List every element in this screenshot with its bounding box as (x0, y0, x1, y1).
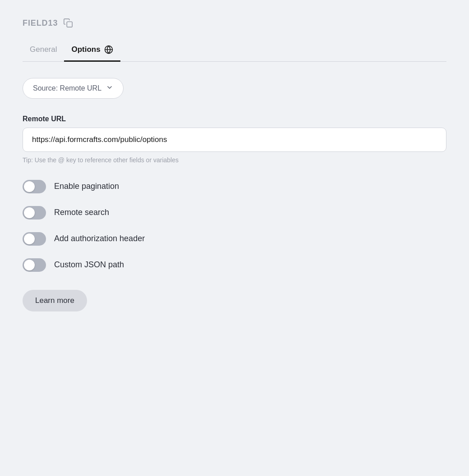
toggles-section: Enable pagination Remote search Add auth… (23, 180, 446, 272)
tab-general[interactable]: General (23, 41, 64, 62)
remote-url-input[interactable] (23, 128, 446, 152)
tabs-container: General Options (23, 41, 446, 62)
enable-pagination-toggle[interactable] (23, 180, 46, 193)
remote-url-section: Remote URL Tip: Use the @ key to referen… (23, 115, 446, 164)
custom-json-path-toggle[interactable] (23, 258, 46, 272)
add-authorization-header-toggle[interactable] (23, 232, 46, 246)
globe-icon (104, 45, 113, 54)
custom-json-path-label: Custom JSON path (54, 260, 124, 270)
toggle-row-enable-pagination: Enable pagination (23, 180, 446, 193)
source-dropdown[interactable]: Source: Remote URL (23, 78, 124, 99)
tip-text: Tip: Use the @ key to reference other fi… (23, 156, 446, 164)
tab-options[interactable]: Options (64, 41, 120, 62)
remote-url-label: Remote URL (23, 115, 446, 123)
remote-search-label: Remote search (54, 208, 109, 217)
toggle-row-custom-json-path: Custom JSON path (23, 258, 446, 272)
field-title: FIELD13 (23, 18, 58, 28)
copy-icon[interactable] (63, 18, 73, 28)
toggle-row-add-authorization-header: Add authorization header (23, 232, 446, 246)
learn-more-button[interactable]: Learn more (23, 290, 87, 311)
learn-more-label: Learn more (35, 296, 74, 305)
tab-options-label: Options (71, 45, 100, 54)
svg-rect-0 (67, 22, 73, 27)
toggle-row-remote-search: Remote search (23, 206, 446, 220)
add-authorization-header-label: Add authorization header (54, 234, 145, 243)
remote-search-toggle[interactable] (23, 206, 46, 220)
source-dropdown-label: Source: Remote URL (33, 84, 101, 92)
enable-pagination-label: Enable pagination (54, 182, 119, 191)
tab-general-label: General (30, 45, 57, 54)
chevron-down-icon (106, 84, 113, 93)
field-header: FIELD13 (23, 18, 446, 28)
